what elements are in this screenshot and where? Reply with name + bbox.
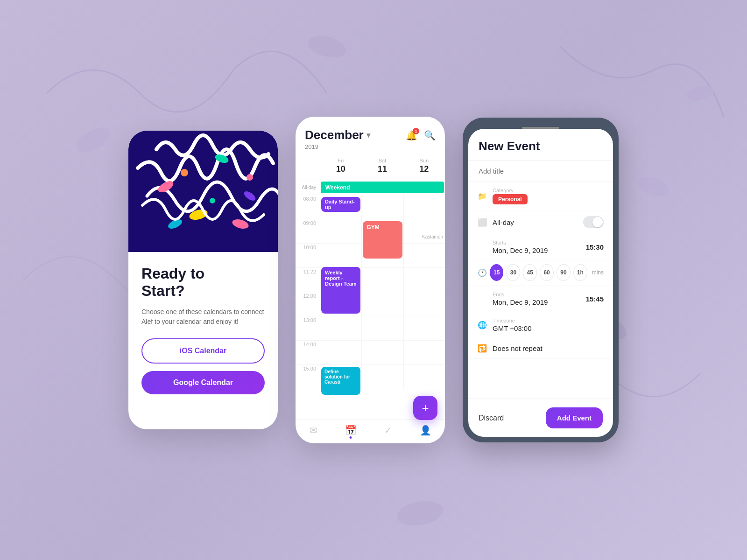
nav-active-indicator [350, 436, 352, 439]
search-button[interactable]: 🔍 [424, 130, 436, 141]
duration-pills: 🕐 15 30 45 60 90 1h mins [468, 260, 613, 286]
globe-icon: 🌐 [478, 321, 487, 329]
time-row-8: 08:00 Daily Stand-up [296, 195, 445, 219]
new-event-header: New Event [468, 129, 613, 161]
time-cell-fri-9 [320, 219, 361, 243]
ios-calendar-button[interactable]: iOS Calendar [141, 338, 265, 364]
duration-unit: mins [592, 269, 604, 276]
pill-1h[interactable]: 1h [573, 264, 587, 281]
hero-image [128, 131, 278, 252]
starts-row[interactable]: Starts Mon, Dec 9, 2019 15:30 [468, 234, 613, 260]
repeat-row[interactable]: 🔁 Does not repeat [468, 338, 613, 359]
timezone-value: GMT +03:00 [493, 324, 604, 332]
day-header-sat: Sat 11 [361, 156, 403, 176]
nav-mail-icon[interactable]: ✉ [310, 425, 317, 436]
clock-icon: 🕐 [478, 268, 487, 277]
starts-date: Mon, Dec 9, 2019 [493, 246, 580, 254]
svg-point-15 [210, 198, 215, 203]
add-event-button[interactable]: Add Event [546, 407, 603, 428]
time-row-9: 09:00 GYM Kastamon [296, 219, 445, 244]
phone-new-event: New Event 📁 Category Personal ⬜ A [468, 129, 613, 437]
time-cell-fri-15: Define solution for Carasti [320, 365, 361, 389]
time-cell-sat-13 [361, 316, 403, 340]
timezone-content: Timezone GMT +03:00 [493, 318, 604, 332]
time-cell-sat-15 [361, 365, 403, 389]
category-badge[interactable]: Personal [493, 194, 528, 204]
time-row-13: 13:00 [296, 316, 445, 341]
nav-check-icon[interactable]: ✓ [384, 425, 392, 436]
svg-point-0 [72, 123, 114, 158]
allday-row: All-day Weekend [296, 180, 445, 195]
time-cell-sat-12 [361, 292, 403, 316]
daily-standup-event[interactable]: Daily Stand-up [321, 197, 360, 212]
time-row-15: 15:00 Define solution for Carasti [296, 365, 445, 389]
google-calendar-button[interactable]: Google Calendar [141, 371, 265, 394]
category-content: Category Personal [493, 188, 604, 204]
add-event-fab[interactable]: + [413, 396, 437, 420]
gym-event[interactable]: GYM [363, 221, 402, 259]
day-header-fri: Fri 10 [320, 156, 361, 176]
pill-90[interactable]: 90 [557, 264, 571, 281]
time-cell-sat-14 [361, 341, 403, 364]
time-grid: 08:00 Daily Stand-up 09:00 GYM Kastamon [296, 195, 445, 389]
ends-date: Mon, Dec 9, 2019 [493, 298, 580, 306]
phone-new-event-shell: New Event 📁 Category Personal ⬜ A [463, 118, 619, 442]
ends-content: Ends Mon, Dec 9, 2019 [493, 292, 580, 306]
time-row-11: 11:22 Weekly report - Design Team [296, 268, 445, 292]
svg-point-5 [305, 32, 348, 61]
event-form: 📁 Category Personal ⬜ All-day [468, 182, 613, 437]
onboarding-description: Choose one of these calendars to connect… [141, 307, 265, 327]
weekend-event[interactable]: Weekend [321, 182, 444, 193]
pill-45[interactable]: 45 [523, 264, 537, 281]
folder-icon: 📁 [478, 192, 487, 201]
time-cell-sun-13 [403, 316, 445, 340]
ends-row[interactable]: Ends Mon, Dec 9, 2019 15:45 [468, 286, 613, 312]
allday-toggle[interactable] [583, 216, 604, 228]
chevron-down-icon[interactable]: ▾ [366, 131, 370, 140]
pill-15[interactable]: 15 [490, 264, 503, 281]
time-cell-fri-13 [320, 316, 361, 340]
time-cell-sun-8 [403, 195, 445, 219]
category-label: Category [493, 188, 604, 193]
calendar-body: 08:00 Daily Stand-up 09:00 GYM Kastamon [296, 195, 445, 420]
svg-point-16 [247, 174, 253, 181]
notification-button[interactable]: 🔔 1 [406, 130, 417, 141]
time-row-12: 12:00 [296, 292, 445, 316]
onboarding-content: Ready to Start? Choose one of these cale… [128, 252, 278, 406]
weekly-report-event[interactable]: Weekly report - Design Team [321, 267, 360, 314]
svg-point-14 [181, 169, 188, 176]
pill-30[interactable]: 30 [506, 264, 520, 281]
starts-label: Starts [493, 240, 580, 245]
event-title-input[interactable] [468, 161, 613, 182]
discard-button[interactable]: Discard [479, 414, 504, 422]
pill-60[interactable]: 60 [540, 264, 554, 281]
nav-calendar-icon[interactable]: 📅 [345, 425, 357, 436]
define-solution-event[interactable]: Define solution for Carasti [321, 367, 360, 395]
kastamon-event: Kastamon [422, 234, 443, 239]
time-row-14: 14:00 [296, 341, 445, 365]
time-cell-sat-11 [361, 268, 403, 292]
time-cell-sun-15 [403, 365, 445, 389]
svg-point-6 [395, 498, 445, 529]
category-row: 📁 Category Personal [468, 182, 613, 210]
form-footer: Discard Add Event [468, 399, 613, 437]
time-cell-sun-10 [403, 244, 445, 267]
calendar-header: December ▾ 2019 🔔 1 🔍 [296, 117, 445, 156]
time-cell-sun-11 [403, 268, 445, 292]
time-cell-sun-9: Kastamon [403, 219, 445, 243]
allday-label: All-day [493, 218, 578, 226]
time-cell-sun-12 [403, 292, 445, 316]
allday-content: All-day [493, 218, 578, 226]
allday-label: All-day [296, 180, 320, 195]
nav-person-icon[interactable]: 👤 [420, 425, 431, 436]
time-cell-fri-8: Daily Stand-up [320, 195, 361, 219]
calendar-header-actions: 🔔 1 🔍 [406, 130, 436, 141]
timezone-row[interactable]: 🌐 Timezone GMT +03:00 [468, 312, 613, 338]
calendar-month: December ▾ [305, 128, 370, 142]
bottom-navigation: ✉ 📅 ✓ 👤 + [296, 420, 445, 443]
calendar-year: 2019 [305, 143, 370, 150]
time-cell-fri-10 [320, 244, 361, 267]
new-event-title: New Event [479, 139, 603, 154]
time-cell-sat-9: GYM [361, 219, 403, 243]
time-1122-label: 11:22 [296, 268, 320, 292]
